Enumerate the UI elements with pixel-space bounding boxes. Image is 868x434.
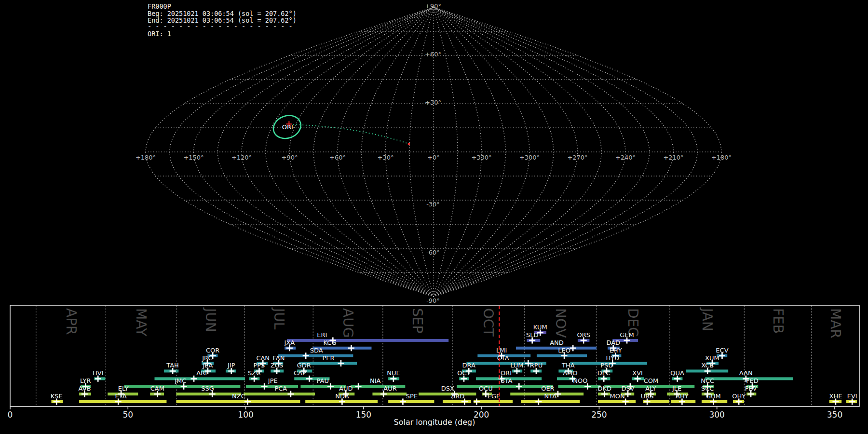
month-label: NOV	[553, 308, 569, 338]
month-label: AUG	[340, 308, 356, 338]
shower-label-AUR: AUR	[383, 385, 396, 392]
shower-label-FEV: FEV	[745, 385, 757, 392]
ra-axis-label: +90°	[282, 154, 298, 161]
shower-bar-JPE	[246, 385, 298, 388]
shower-label-PCA: PCA	[274, 385, 287, 392]
shower-label-ETA: ETA	[115, 393, 127, 400]
shower-label-DRA: DRA	[462, 362, 476, 369]
dec-axis-label: +90°	[425, 2, 441, 10]
ra-axis-label: +330°	[471, 154, 491, 161]
shower-label-NDA: NDA	[335, 393, 349, 400]
ra-axis-label: +240°	[615, 154, 636, 161]
shower-label-RPU: RPU	[530, 362, 542, 369]
ra-axis-label: +0°	[427, 154, 440, 161]
shower-label-TAH: TAH	[166, 362, 179, 369]
shower-label-OER: OER	[541, 385, 554, 392]
month-label: FEB	[770, 308, 786, 334]
shower-label-JXA: JXA	[284, 339, 295, 346]
shower-count-text: ORI: 1	[148, 30, 171, 38]
shower-bar-SPE	[388, 400, 434, 403]
shower-label-HVI: HVI	[93, 369, 104, 377]
shower-label-EHY: EHY	[610, 347, 622, 354]
shower-label-ERI: ERI	[317, 331, 327, 339]
shower-label-COM: COM	[644, 377, 659, 384]
shower-bar-NOO	[558, 385, 600, 388]
shower-label-OCT: OCT	[457, 369, 470, 377]
shower-label-AHY: AHY	[676, 393, 689, 400]
x-tick-label: 50	[122, 410, 133, 420]
shower-label-JLE: JLE	[672, 385, 681, 392]
dec-axis-label: +60°	[425, 51, 441, 58]
shower-label-ARI: ARI	[196, 369, 207, 377]
shower-bar-SDA	[278, 354, 353, 357]
shower-bar-NZC	[176, 400, 300, 403]
x-tick-label: 300	[709, 410, 724, 420]
shower-label-EVI: EVI	[847, 393, 857, 400]
shower-label-KUM: KUM	[533, 324, 547, 331]
shower-label-ORS: ORS	[577, 331, 590, 339]
shower-label-EGE: EGE	[488, 393, 501, 400]
shower-label-JIP: JIP	[227, 362, 235, 369]
shower-label-DKD: DKD	[597, 385, 611, 392]
shower-label-MON: MON	[610, 393, 624, 400]
shower-label-XHE: XHE	[829, 393, 842, 400]
shower-label-ELY: ELY	[118, 385, 129, 392]
shower-label-LEO: LEO	[558, 347, 570, 354]
shower-label-CAP: CAP	[294, 369, 306, 377]
shower-label-NOO: NOO	[573, 377, 587, 384]
shower-label-GUM: GUM	[706, 393, 721, 400]
ra-axis-label: +270°	[567, 154, 587, 161]
shower-label-SSG: SSG	[201, 385, 214, 392]
shower-label-OCU: OCU	[479, 385, 493, 392]
shower-label-URS: URS	[641, 393, 654, 400]
shower-label-NUE: NUE	[387, 369, 400, 377]
dec-axis-label: -60°	[426, 249, 440, 256]
shower-label-SCC: SCC	[701, 385, 714, 392]
shower-label-GDR: GDR	[297, 362, 311, 369]
month-label: MAY	[133, 308, 149, 337]
shower-bar-AND	[516, 347, 597, 350]
x-tick-label: 350	[827, 410, 842, 420]
shower-label-ARD: ARD	[451, 393, 464, 400]
x-tick-label: 100	[238, 410, 253, 420]
shower-label-JRC: JRC	[202, 354, 212, 362]
shower-label-FED: FED	[746, 377, 759, 384]
shower-label-PER: PER	[323, 354, 335, 362]
ra-axis-label: +150°	[183, 154, 203, 161]
ra-axis-label: +120°	[231, 154, 252, 161]
shower-bar-AUR	[372, 393, 407, 395]
ra-axis-label: +60°	[329, 154, 346, 161]
shower-label-PAU: PAU	[317, 377, 329, 384]
shower-label-THA: THA	[561, 362, 575, 369]
shower-label-JEA: JEA	[202, 362, 213, 369]
shower-label-ZCS: ZCS	[271, 362, 283, 369]
separator-text: - - - - - - - - - - - - - - - - - - -	[148, 22, 293, 30]
shower-label-NZC: NZC	[232, 393, 245, 400]
shower-label-AAN: AAN	[739, 369, 753, 377]
shower-label-LUM: LUM	[510, 362, 523, 369]
shower-label-NIA: NIA	[370, 377, 381, 384]
shower-label-SZC: SZC	[248, 369, 260, 377]
shower-label-JMC: JMC	[174, 377, 186, 384]
chart-axis: Solar longitude (deg)	[394, 418, 475, 427]
shower-label-DAD: DAD	[606, 339, 620, 346]
shower-label-COR: COR	[206, 347, 219, 354]
radiant-code-label: ORI	[282, 123, 293, 131]
x-axis-title: Solar longitude (deg)	[394, 418, 475, 427]
shower-label-CAM: CAM	[150, 385, 164, 392]
ra-axis-label: +180°	[711, 154, 732, 161]
shower-label-XVI: XVI	[632, 369, 643, 377]
shower-label-SLD: SLD	[526, 331, 539, 339]
shower-bar-ERI	[287, 339, 448, 342]
shower-label-KSE: KSE	[51, 393, 63, 400]
x-tick-label: 150	[356, 410, 371, 420]
shower-label-PPS: PPS	[253, 362, 265, 369]
shower-label-NTA: NTA	[544, 393, 557, 400]
x-tick-label: 250	[591, 410, 607, 420]
x-tick-label: 0	[8, 410, 13, 420]
dec-axis-label: -90°	[426, 297, 440, 304]
shower-label-AUD: AUD	[339, 385, 353, 392]
shower-label-KCG: KCG	[324, 339, 337, 346]
shower-label-AMO: AMO	[563, 369, 577, 377]
month-label: MAR	[827, 308, 843, 339]
